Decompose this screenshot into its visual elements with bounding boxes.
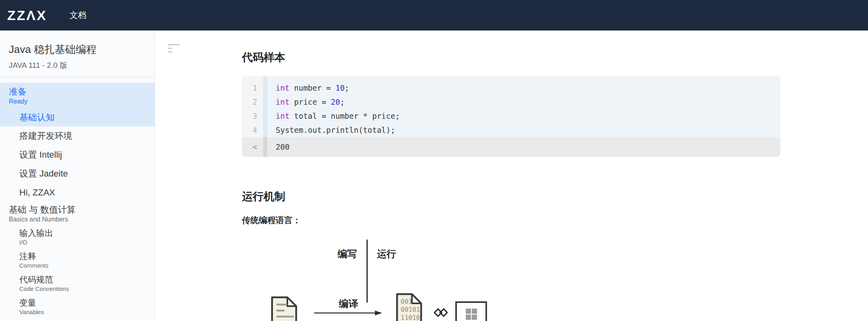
gutter-accent-strip (263, 137, 267, 157)
sidebar-item-data-types[interactable]: 数据类型 (0, 316, 155, 321)
gutter-accent-strip (263, 76, 267, 81)
gutter-accent-strip (263, 109, 267, 123)
doc-content: 代码样本 1int number = 10; 2int price = 20; … (155, 30, 868, 321)
section-title-run-mechanism: 运行机制 (242, 191, 868, 203)
nav-group-subtitle: Ready (9, 98, 146, 105)
code-line: 4System.out.println(total); (242, 123, 780, 137)
diagram-label-compile: 编译 (339, 297, 358, 310)
compile-run-diagram: 编写 运行 编译 001 00 (242, 240, 604, 321)
sidebar-item-hi-zzax[interactable]: Hi, ZZAX (0, 183, 155, 202)
compile-arrow-icon (314, 310, 383, 316)
gutter-accent-strip (263, 123, 267, 137)
course-title: Java 稳扎基础编程 (9, 43, 146, 57)
code-line: 2int price = 20; (242, 95, 780, 109)
gutter-accent-strip (263, 95, 267, 109)
code-sample-block: 1int number = 10; 2int price = 20; 3int … (242, 76, 780, 157)
sidebar-item-code-conventions[interactable]: 代码规范 Code Conventions (0, 270, 155, 293)
source-document-icon (270, 296, 298, 321)
line-number: 4 (242, 123, 263, 137)
toc-outline-icon[interactable] (168, 43, 181, 55)
gutter-accent-strip (263, 81, 267, 95)
binary-text-line: 00101 (401, 307, 420, 313)
code-block-padding (242, 76, 780, 81)
subsection-traditional-languages: 传统编程语言： (242, 215, 868, 225)
nav-group-title: 准备 (9, 87, 146, 97)
diagram-label-write: 编写 (338, 248, 357, 260)
nav-group-basics-numbers[interactable]: 基础 与 数值计算 Basics and Numbers (0, 202, 155, 223)
output-marker: < (242, 137, 263, 157)
sidebar-item-setup-jadeite[interactable]: 设置 Jadeite (0, 164, 155, 183)
sidebar-divider (0, 77, 155, 77)
section-title-code-sample: 代码样本 (242, 51, 868, 63)
binary-file-icon: 001 00101 11010 (396, 293, 422, 321)
line-number: 2 (242, 95, 263, 109)
diagram-divider-line (366, 240, 368, 303)
nav-group-ready[interactable]: 准备 Ready (0, 83, 155, 105)
line-number: 3 (242, 109, 263, 123)
sidebar-item-io[interactable]: 输入输出 I/O (0, 223, 155, 246)
code-line: 3int total = number * price; (242, 109, 780, 123)
nav-item-docs[interactable]: 文档 (70, 10, 86, 21)
sidebar-item-setup-intellij[interactable]: 设置 Intellij (0, 145, 155, 164)
course-version: JAVA 111 - 2.0 版 (9, 60, 146, 71)
brand-logo[interactable]: ZZΛX (7, 8, 47, 23)
binary-text-line: 11010 (401, 315, 420, 321)
diagram-label-run: 运行 (377, 248, 396, 260)
output-value: 200 (267, 137, 780, 157)
sidebar-item-setup-env[interactable]: 搭建开发环境 (0, 126, 155, 145)
sidebar-item-comments[interactable]: 注释 Comments (0, 246, 155, 270)
nav-group-title: 基础 与 数值计算 (9, 205, 146, 215)
sidebar: Java 稳扎基础编程 JAVA 111 - 2.0 版 准备 Ready 基础… (0, 30, 155, 321)
code-output-line: <200 (242, 137, 780, 157)
code-line: 1int number = 10; (242, 81, 780, 95)
sidebar-item-variables[interactable]: 变量 Variables (0, 293, 155, 316)
binary-text-line: 001 (401, 299, 412, 305)
main-layout: Java 稳扎基础编程 JAVA 111 - 2.0 版 准备 Ready 基础… (0, 30, 868, 321)
line-number: 1 (242, 81, 263, 95)
topbar: ZZΛX 文档 (0, 0, 868, 30)
course-header[interactable]: Java 稳扎基础编程 JAVA 111 - 2.0 版 (0, 30, 155, 77)
link-diamonds-icon (434, 307, 448, 319)
windows-logo-icon (455, 301, 487, 321)
sidebar-item-basic-cognition[interactable]: 基础认知 (0, 105, 155, 126)
course-nav: 准备 Ready 基础认知 搭建开发环境 设置 Intellij 设置 Jade… (0, 83, 155, 321)
nav-group-subtitle: Basics and Numbers (9, 216, 146, 223)
